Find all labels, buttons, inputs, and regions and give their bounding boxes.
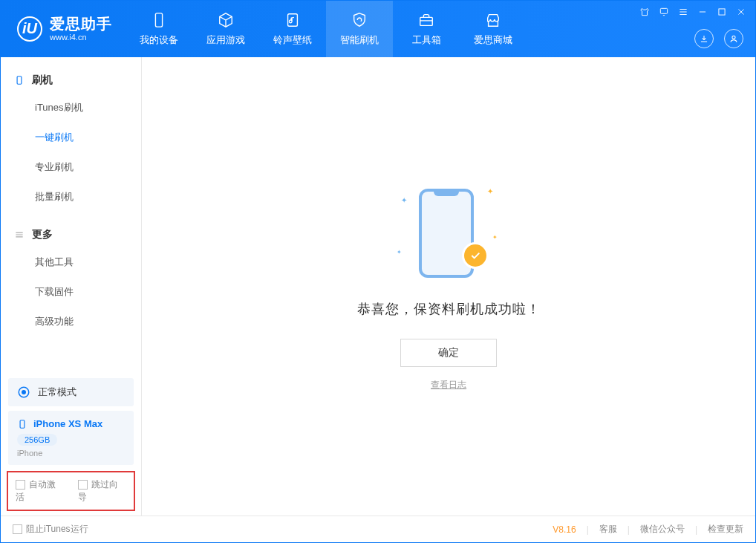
svg-rect-9 [20, 420, 25, 428]
sidebar-item-itunes-flash[interactable]: iTunes刷机 [1, 93, 141, 123]
sidebar-item-other-tools[interactable]: 其他工具 [1, 247, 141, 277]
svg-rect-3 [660, 8, 667, 13]
tab-store[interactable]: 爱思商城 [460, 1, 527, 57]
skin-icon[interactable] [639, 7, 650, 17]
download-button[interactable] [694, 29, 714, 48]
view-log-link[interactable]: 查看日志 [431, 379, 466, 391]
checkbox-auto-activate[interactable]: 自动激活 [16, 478, 65, 504]
device-type: iPhone [17, 449, 125, 458]
phone-notch [434, 189, 459, 196]
tab-label: 应用游戏 [206, 33, 245, 47]
checkbox-icon[interactable] [16, 480, 25, 490]
svg-rect-1 [288, 14, 298, 27]
checkbox-skip-setup[interactable]: 跳过向导 [78, 478, 127, 504]
sidebar-item-pro-flash[interactable]: 专业刷机 [1, 152, 141, 182]
option-checkboxes: 自动激活 跳过向导 [7, 471, 135, 511]
mode-label: 正常模式 [38, 386, 76, 399]
success-illustration: ✦ ✦ ✦ ✦ [397, 181, 501, 285]
header-tabs: 我的设备 应用游戏 铃声壁纸 智能刷机 工具箱 爱思商城 [126, 1, 527, 57]
app-window: iU 爱思助手 www.i4.cn 我的设备 应用游戏 铃声壁纸 智能刷机 [0, 0, 756, 543]
tab-label: 铃声壁纸 [273, 33, 312, 47]
sidebar-item-batch-flash[interactable]: 批量刷机 [1, 182, 141, 212]
close-icon[interactable] [736, 7, 746, 17]
sidebar-item-oneclick-flash[interactable]: 一键刷机 [1, 123, 141, 152]
svg-rect-2 [420, 17, 433, 25]
sidebar-header-flash: 刷机 [1, 65, 141, 93]
tab-flash[interactable]: 智能刷机 [326, 1, 393, 57]
version-label: V8.16 [553, 524, 576, 535]
music-icon [284, 11, 302, 29]
list-icon [14, 230, 25, 240]
menu-icon[interactable] [678, 7, 688, 17]
statusbar: 阻止iTunes运行 V8.16 | 客服 | 微信公众号 | 检查更新 [1, 516, 755, 542]
app-name: 爱思助手 [50, 16, 112, 33]
shield-refresh-icon [351, 11, 368, 29]
separator: | [695, 524, 697, 535]
svg-point-5 [732, 36, 735, 39]
svg-rect-4 [719, 9, 725, 15]
device-card[interactable]: iPhone XS Max 256GB iPhone [8, 411, 134, 465]
minimize-icon[interactable] [697, 7, 708, 17]
success-message: 恭喜您，保资料刷机成功啦！ [357, 300, 541, 318]
user-button[interactable] [724, 29, 743, 48]
status-link-update[interactable]: 检查更新 [708, 523, 743, 536]
device-name: iPhone XS Max [33, 418, 102, 429]
sparkle-icon: ✦ [492, 234, 498, 241]
tab-toolbox[interactable]: 工具箱 [393, 1, 460, 57]
logo-area: iU 爱思助手 www.i4.cn [1, 16, 126, 42]
cube-icon [217, 11, 235, 29]
logo-icon: iU [17, 16, 42, 42]
body-area: 刷机 iTunes刷机 一键刷机 专业刷机 批量刷机 更多 其他工具 下载固件 [1, 57, 755, 516]
maximize-icon[interactable] [717, 7, 727, 17]
sidebar-items-flash: iTunes刷机 一键刷机 专业刷机 批量刷机 [1, 93, 141, 212]
feedback-icon[interactable] [659, 7, 669, 17]
separator: | [628, 524, 630, 535]
tab-label: 我的设备 [140, 33, 178, 47]
storage-badge: 256GB [17, 434, 57, 446]
device-icon [14, 75, 25, 85]
section-title: 刷机 [32, 74, 53, 87]
device-name-row: iPhone XS Max [17, 418, 125, 429]
phone-icon [150, 11, 168, 29]
app-url: www.i4.cn [50, 33, 112, 42]
svg-rect-0 [155, 13, 162, 27]
mode-card[interactable]: 正常模式 [8, 378, 134, 406]
tab-ringtones[interactable]: 铃声壁纸 [259, 1, 326, 57]
sparkle-icon: ✦ [487, 187, 493, 195]
svg-point-8 [22, 391, 26, 394]
success-badge-icon [462, 242, 489, 269]
sparkle-icon: ✦ [401, 196, 407, 204]
store-icon [484, 11, 502, 29]
sidebar-section-flash: 刷机 iTunes刷机 一键刷机 专业刷机 批量刷机 [1, 57, 141, 212]
sidebar-bottom: 正常模式 iPhone XS Max 256GB iPhone 自动激活 跳过向… [1, 374, 141, 516]
sidebar: 刷机 iTunes刷机 一键刷机 专业刷机 批量刷机 更多 其他工具 下载固件 [1, 57, 142, 516]
svg-rect-6 [17, 77, 22, 85]
sidebar-header-more: 更多 [1, 219, 141, 247]
checkbox-icon[interactable] [78, 480, 88, 490]
tab-label: 智能刷机 [340, 33, 379, 47]
status-link-support[interactable]: 客服 [599, 523, 617, 536]
ok-button[interactable]: 确定 [400, 339, 497, 367]
tab-mydevice[interactable]: 我的设备 [126, 1, 192, 57]
checkbox-block-itunes[interactable]: 阻止iTunes运行 [13, 523, 88, 536]
section-title: 更多 [32, 228, 53, 241]
window-controls-top [639, 7, 746, 17]
normal-mode-icon [17, 386, 30, 399]
window-controls-bottom [694, 29, 743, 48]
sidebar-item-download-firmware[interactable]: 下载固件 [1, 277, 141, 307]
phone-small-icon [17, 419, 27, 429]
status-link-wechat[interactable]: 微信公众号 [640, 523, 685, 536]
sidebar-items-more: 其他工具 下载固件 高级功能 [1, 247, 141, 336]
titlebar: iU 爱思助手 www.i4.cn 我的设备 应用游戏 铃声壁纸 智能刷机 [1, 1, 755, 57]
logo-text: 爱思助手 www.i4.cn [50, 16, 112, 42]
checkbox-icon[interactable] [13, 524, 22, 534]
tab-label: 爱思商城 [474, 33, 512, 47]
tab-apps[interactable]: 应用游戏 [192, 1, 259, 57]
checkbox-label: 阻止iTunes运行 [26, 524, 88, 534]
sparkle-icon: ✦ [397, 249, 402, 256]
tab-label: 工具箱 [412, 33, 441, 47]
toolbox-icon [417, 11, 435, 29]
sidebar-item-advanced[interactable]: 高级功能 [1, 307, 141, 336]
statusbar-right: V8.16 | 客服 | 微信公众号 | 检查更新 [553, 523, 743, 536]
main-content: ✦ ✦ ✦ ✦ 恭喜您，保资料刷机成功啦！ 确定 查看日志 [142, 57, 755, 516]
